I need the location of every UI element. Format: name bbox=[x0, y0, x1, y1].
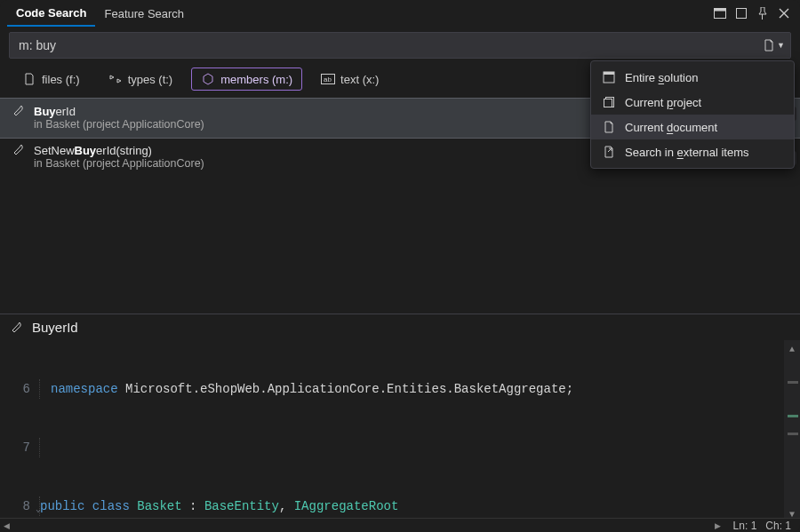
autohide-icon[interactable] bbox=[732, 4, 750, 22]
result-title: BuyerId bbox=[34, 105, 76, 118]
document-icon bbox=[602, 120, 616, 134]
svg-rect-8 bbox=[604, 99, 612, 107]
scope-current-project[interactable]: Current project bbox=[591, 90, 794, 115]
dock-window-icon[interactable] bbox=[711, 4, 729, 22]
tab-code-search[interactable]: Code Search bbox=[7, 1, 95, 27]
svg-text:ab: ab bbox=[324, 75, 332, 83]
scroll-right-icon[interactable]: ▶ bbox=[712, 520, 724, 531]
close-icon[interactable] bbox=[775, 4, 793, 22]
external-icon bbox=[602, 145, 616, 159]
filter-text-label: text (x:) bbox=[340, 73, 379, 86]
status-col: Ch: 1 bbox=[765, 520, 791, 532]
search-box[interactable]: ▼ bbox=[9, 32, 791, 59]
svg-rect-1 bbox=[715, 9, 726, 12]
scroll-left-icon[interactable]: ◀ bbox=[0, 520, 12, 531]
line-number: 8⌄ bbox=[0, 496, 39, 516]
members-icon bbox=[201, 72, 215, 86]
tab-feature-search[interactable]: Feature Search bbox=[95, 2, 193, 26]
scope-entire-solution[interactable]: Entire solution bbox=[591, 65, 794, 90]
titlebar: Code Search Feature Search bbox=[0, 0, 800, 27]
scope-label: Search in external items bbox=[625, 146, 748, 159]
status-bar: ◀ ▶ Ln: 1 Ch: 1 bbox=[0, 518, 800, 532]
scope-dropdown: Entire solution Current project Current … bbox=[590, 60, 795, 169]
filter-types-label: types (t:) bbox=[128, 73, 173, 86]
filter-types[interactable]: types (t:) bbox=[99, 67, 183, 91]
scope-label: Entire solution bbox=[625, 71, 698, 84]
filter-members[interactable]: members (m:) bbox=[191, 67, 302, 91]
horizontal-scrollbar[interactable]: ◀ ▶ bbox=[0, 520, 724, 531]
svg-rect-2 bbox=[737, 9, 747, 19]
filter-files[interactable]: files (f:) bbox=[12, 67, 90, 91]
project-icon bbox=[602, 95, 616, 109]
pin-icon[interactable] bbox=[754, 4, 772, 22]
line-number: 6 bbox=[0, 379, 39, 399]
scope-label: Current project bbox=[625, 96, 701, 109]
wrench-icon bbox=[12, 104, 27, 118]
text-icon: ab bbox=[321, 72, 335, 86]
filter-members-label: members (m:) bbox=[220, 73, 292, 86]
scroll-down-icon[interactable]: ▼ bbox=[786, 505, 798, 518]
types-icon bbox=[108, 72, 123, 86]
line-number: 7 bbox=[0, 438, 39, 457]
minimap[interactable]: ▲ ▼ bbox=[784, 340, 800, 518]
preview-title: BuyerId bbox=[32, 320, 78, 335]
file-icon bbox=[22, 72, 36, 86]
preview-header: BuyerId bbox=[0, 314, 800, 340]
scroll-up-icon[interactable]: ▲ bbox=[786, 340, 798, 353]
wrench-icon bbox=[12, 143, 27, 157]
filter-files-label: files (f:) bbox=[42, 73, 80, 86]
scope-label: Current document bbox=[625, 121, 717, 134]
search-input[interactable] bbox=[10, 38, 757, 52]
code-editor[interactable]: 6namespace Microsoft.eShopWeb.Applicatio… bbox=[0, 340, 800, 518]
wrench-icon bbox=[11, 321, 25, 335]
scope-external-items[interactable]: Search in external items bbox=[591, 139, 794, 164]
solution-icon bbox=[602, 70, 616, 84]
scope-dropdown-button[interactable]: ▼ bbox=[757, 39, 790, 52]
fold-icon[interactable]: ⌄ bbox=[36, 500, 41, 518]
filter-text[interactable]: ab text (x:) bbox=[311, 67, 388, 91]
result-title: SetNewBuyerId(string) bbox=[34, 144, 152, 157]
status-line: Ln: 1 bbox=[733, 520, 757, 532]
svg-rect-6 bbox=[604, 72, 614, 75]
document-icon bbox=[763, 39, 775, 52]
scope-current-document[interactable]: Current document bbox=[591, 115, 794, 139]
preview-pane: BuyerId 6namespace Microsoft.eShopWeb.Ap… bbox=[0, 314, 800, 532]
chevron-down-icon: ▼ bbox=[777, 41, 785, 50]
